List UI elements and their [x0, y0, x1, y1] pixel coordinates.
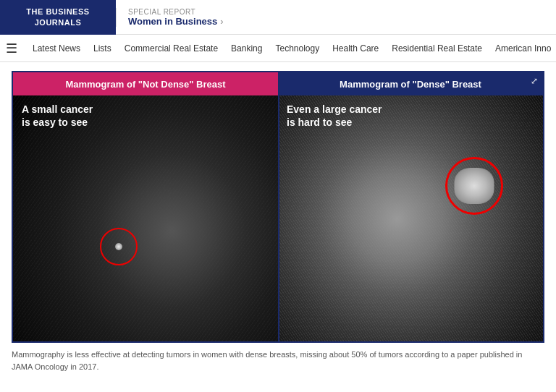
image-caption-text: Mammography is less effective at detecti… — [12, 349, 544, 372]
logo[interactable]: THE BUSINESS JOURNALS — [0, 0, 116, 35]
red-circle-left — [100, 228, 138, 265]
image-header-dense-title: Mammogram of "Dense" Breast — [340, 79, 481, 90]
mammogram-left-panel: A small canceris easy to see — [13, 95, 278, 341]
mammogram-image-block: ⤢ Mammogram of "Not Dense" Breast Mammog… — [12, 71, 544, 343]
image-header-dense: Mammogram of "Dense" Breast — [278, 72, 543, 95]
logo-line2: JOURNALS — [26, 17, 89, 27]
nav-item-residential-real-estate[interactable]: Residential Real Estate — [385, 43, 489, 54]
author-section: By Sheila Mikhail – Breast Cancer Ruckus… — [12, 384, 544, 392]
nav-item-health-care[interactable]: Health Care — [326, 43, 385, 54]
image-header: Mammogram of "Not Dense" Breast Mammogra… — [13, 72, 543, 95]
logo-line1: THE BUSINESS — [26, 7, 89, 17]
dense-tissue — [455, 168, 494, 204]
mammogram-left-caption: A small canceris easy to see — [13, 95, 278, 136]
nav-items-list: Latest News Lists Commercial Real Estate… — [26, 41, 556, 56]
mammogram-right-panel: Even a large canceris hard to see — [278, 95, 543, 341]
nav-item-american-inno[interactable]: American Inno — [489, 43, 556, 54]
navigation: ☰ Latest News Lists Commercial Real Esta… — [0, 35, 556, 62]
nav-item-technology[interactable]: Technology — [269, 43, 326, 54]
expand-icon[interactable]: ⤢ — [526, 72, 543, 90]
special-report-title[interactable]: Women in Business › — [128, 16, 224, 27]
header: THE BUSINESS JOURNALS SPECIAL REPORT Wom… — [0, 0, 556, 35]
mammogram-right-caption: Even a large canceris hard to see — [278, 95, 543, 136]
nav-item-commercial-real-estate[interactable]: Commercial Real Estate — [118, 43, 224, 54]
nav-item-banking[interactable]: Banking — [224, 43, 269, 54]
bright-spot — [115, 243, 122, 250]
chevron-icon: › — [220, 16, 223, 27]
nav-item-latest-news[interactable]: Latest News — [26, 43, 87, 54]
special-report-label: SPECIAL REPORT — [128, 8, 224, 16]
red-circle-right — [445, 157, 503, 215]
image-header-not-dense: Mammogram of "Not Dense" Breast — [13, 72, 278, 95]
image-header-not-dense-title: Mammogram of "Not Dense" Breast — [65, 79, 225, 90]
special-report-section: SPECIAL REPORT Women in Business › — [116, 8, 235, 27]
hamburger-menu-icon[interactable]: ☰ — [6, 41, 17, 56]
main-content: ⤢ Mammogram of "Not Dense" Breast Mammog… — [0, 71, 556, 392]
nav-item-lists[interactable]: Lists — [87, 43, 118, 54]
mammogram-panels: A small canceris easy to see Even a larg… — [13, 95, 543, 341]
